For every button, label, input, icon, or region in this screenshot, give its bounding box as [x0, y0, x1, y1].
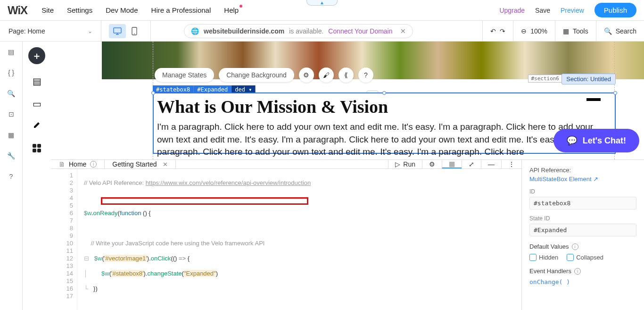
braces-icon[interactable]: { }: [7, 68, 16, 77]
section-label[interactable]: Section: Untitled: [561, 74, 616, 84]
section-icon[interactable]: ▤: [33, 75, 41, 87]
resize-handle[interactable]: [382, 91, 386, 95]
section-hash-tag: #section6: [528, 75, 562, 83]
change-background-button[interactable]: Change Background: [219, 68, 294, 82]
add-button[interactable]: ＋: [28, 47, 45, 64]
expand-icon[interactable]: ⤢: [462, 160, 481, 168]
menu-site[interactable]: Site: [41, 6, 54, 14]
desktop-icon: [113, 27, 122, 35]
package-icon[interactable]: ⊡: [7, 109, 16, 119]
menu-devmode[interactable]: Dev Mode: [106, 6, 138, 14]
hidden-checkbox[interactable]: Hidden: [529, 254, 558, 261]
svg-rect-0: [114, 28, 121, 33]
api-ref-link[interactable]: MultiStateBox Element ↗: [529, 176, 598, 183]
search-rail-icon[interactable]: 🔍: [7, 89, 16, 98]
publish-button[interactable]: Publish: [594, 3, 636, 17]
run-button[interactable]: ▷ Run: [388, 160, 422, 168]
info-icon[interactable]: i: [572, 243, 578, 250]
more-icon[interactable]: ⋮: [501, 160, 521, 168]
sub-toolbar: Page: Home ⌄ 🌐 websitebuilderinside.com …: [0, 21, 644, 42]
left-rail: ▤ { } 🔍 ⊡ ▦ 🔧 ?: [0, 42, 23, 310]
info-icon[interactable]: i: [574, 268, 581, 275]
props-panel-toggle[interactable]: ▦: [442, 160, 462, 168]
svg-point-2: [134, 33, 135, 34]
page-doc-icon: 🗎: [58, 160, 65, 168]
help-icon[interactable]: ?: [7, 172, 16, 181]
upgrade-link[interactable]: Upgrade: [499, 7, 525, 14]
redo-button[interactable]: ↷: [500, 27, 505, 35]
page-label: Page: Home: [8, 27, 45, 35]
event-handlers-label: Event Handlers: [529, 268, 571, 275]
code-editor[interactable]: 1234567891011121314151617 // Velo API Re…: [51, 169, 521, 310]
wrench-icon[interactable]: 🔧: [7, 151, 16, 160]
line-gutter: 1234567891011121314151617: [51, 169, 77, 310]
globe-icon: 🌐: [191, 27, 199, 35]
save-link[interactable]: Save: [535, 7, 550, 14]
theme-icon[interactable]: [32, 121, 41, 133]
properties-panel: API Reference: MultiStateBox Element ↗ I…: [521, 160, 644, 310]
state-id-label: State ID: [529, 215, 636, 222]
wix-logo: WiX: [8, 4, 27, 17]
top-menu-bar: ▲ WiX Site Settings Dev Mode Hire a Prof…: [0, 0, 644, 21]
state-id-field[interactable]: #Expanded: [529, 224, 636, 236]
desktop-view-button[interactable]: [109, 24, 126, 38]
search-icon: 🔍: [604, 27, 612, 35]
undo-button[interactable]: ↶: [490, 27, 496, 35]
chat-button[interactable]: 💬 Let's Chat!: [553, 129, 639, 152]
menu-settings[interactable]: Settings: [67, 6, 92, 14]
tab-arrow-handle[interactable]: ▲: [306, 0, 338, 6]
close-icon[interactable]: ✕: [400, 27, 406, 35]
preview-link[interactable]: Preview: [561, 7, 584, 14]
mobile-view-button[interactable]: [126, 24, 143, 38]
menu-hire[interactable]: Hire a Professional: [151, 6, 211, 14]
db-icon[interactable]: ▦: [7, 130, 16, 140]
manage-states-button[interactable]: Manage States: [155, 68, 214, 82]
close-tab-icon[interactable]: ✕: [163, 161, 168, 168]
zoom-icon: ⊖: [521, 27, 527, 35]
design-brush-icon[interactable]: 🖌: [319, 67, 334, 83]
page-code-icon[interactable]: ▤: [7, 47, 16, 57]
animation-icon[interactable]: ⟪: [339, 67, 354, 83]
info-icon[interactable]: i: [90, 161, 97, 168]
tools-icon: ▦: [563, 27, 569, 35]
heading-text[interactable]: What is Our Mission & Vision: [157, 96, 611, 117]
code-tab-getting-started[interactable]: Getting Started ✕: [105, 160, 175, 168]
zoom-control[interactable]: ⊖ 100%: [513, 21, 555, 41]
code-tab-home[interactable]: 🗎 Home i: [51, 160, 105, 168]
collapsed-checkbox[interactable]: Collapsed: [567, 254, 603, 261]
settings-icon[interactable]: ⚙: [422, 160, 442, 168]
resize-handle[interactable]: [151, 91, 155, 95]
id-label: ID: [529, 188, 636, 195]
tools-button[interactable]: ▦ Tools: [555, 21, 596, 41]
connect-domain-link[interactable]: Connect Your Domain: [328, 27, 392, 35]
api-ref-label: API Reference:: [529, 167, 636, 174]
chevron-down-icon: ⌄: [88, 28, 92, 34]
code-panel: 🗎 Home i Getting Started ✕ ▷ Run ⚙: [51, 159, 644, 310]
domain-name: websitebuilderinside.com: [204, 27, 284, 35]
paragraph-text[interactable]: I'm a paragraph. Click here to add your …: [157, 121, 611, 159]
search-button[interactable]: 🔍 Search: [596, 21, 644, 41]
page-icon[interactable]: ▭: [33, 98, 41, 109]
chat-icon: 💬: [567, 135, 577, 146]
editor-canvas[interactable]: Manage States Change Background ⚙ 🖌 ⟪ ? …: [51, 42, 644, 159]
ctx-help-icon[interactable]: ?: [358, 67, 373, 83]
apps-icon[interactable]: [33, 144, 41, 152]
menu-help[interactable]: Help: [224, 6, 239, 14]
mobile-icon: [132, 27, 137, 35]
onchange-handler[interactable]: onChange( ): [529, 278, 636, 285]
id-field[interactable]: #statebox8: [529, 197, 636, 209]
page-selector[interactable]: Page: Home ⌄: [0, 21, 101, 41]
add-panel-rail: ＋ ▤ ▭: [23, 42, 51, 310]
domain-pill: 🌐 websitebuilderinside.com is available.…: [184, 24, 413, 38]
play-icon: ▷: [395, 160, 400, 168]
minimize-icon[interactable]: —: [481, 160, 501, 168]
default-values-label: Default Values: [529, 243, 569, 250]
resize-handle[interactable]: [613, 91, 617, 95]
domain-availability: is available.: [289, 27, 323, 35]
settings-gear-icon[interactable]: ⚙: [299, 67, 314, 83]
